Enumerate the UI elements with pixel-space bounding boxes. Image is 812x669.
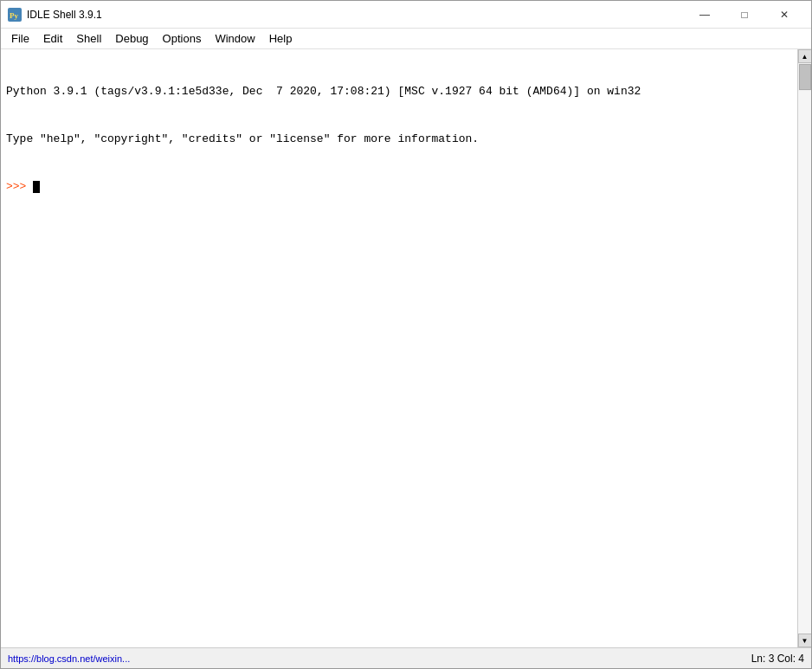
close-button[interactable]: ✕ <box>764 1 804 29</box>
minimize-button[interactable]: — <box>685 1 725 29</box>
window-title: IDLE Shell 3.9.1 <box>27 9 685 21</box>
menu-shell[interactable]: Shell <box>69 29 108 48</box>
shell-text-area[interactable]: Python 3.9.1 (tags/v3.9.1:1e5d33e, Dec 7… <box>1 49 797 647</box>
window-controls: — □ ✕ <box>685 1 804 29</box>
maximize-button[interactable]: □ <box>725 1 764 29</box>
menu-window[interactable]: Window <box>208 29 261 48</box>
app-icon: Py <box>8 8 22 22</box>
prompt-line[interactable]: >>> <box>6 179 792 195</box>
menu-debug[interactable]: Debug <box>108 29 155 48</box>
vertical-scrollbar[interactable]: ▲ ▼ <box>797 49 811 647</box>
shell-prompt: >>> <box>6 179 33 195</box>
menu-edit[interactable]: Edit <box>36 29 69 48</box>
menu-bar: File Edit Shell Debug Options Window Hel… <box>1 29 811 49</box>
scroll-down-button[interactable]: ▼ <box>798 634 812 647</box>
main-window: Py IDLE Shell 3.9.1 — □ ✕ File Edit Shel… <box>0 0 812 669</box>
menu-file[interactable]: File <box>4 29 36 48</box>
python-info-line1: Python 3.9.1 (tags/v3.9.1:1e5d33e, Dec 7… <box>6 84 792 100</box>
svg-text:Py: Py <box>10 11 18 20</box>
cursor <box>33 181 40 193</box>
title-bar: Py IDLE Shell 3.9.1 — □ ✕ <box>1 1 811 29</box>
status-position: Ln: 3 Col: 4 <box>751 653 804 665</box>
status-url: https://blog.csdn.net/weixin... <box>8 653 130 664</box>
menu-help[interactable]: Help <box>262 29 300 48</box>
shell-content[interactable]: Python 3.9.1 (tags/v3.9.1:1e5d33e, Dec 7… <box>1 49 811 647</box>
scroll-thumb[interactable] <box>799 64 811 90</box>
scroll-track[interactable] <box>798 91 811 634</box>
scroll-up-button[interactable]: ▲ <box>798 49 812 63</box>
python-info-line2: Type "help", "copyright", "credits" or "… <box>6 132 792 147</box>
status-bar: https://blog.csdn.net/weixin... Ln: 3 Co… <box>1 647 811 668</box>
menu-options[interactable]: Options <box>156 29 209 48</box>
